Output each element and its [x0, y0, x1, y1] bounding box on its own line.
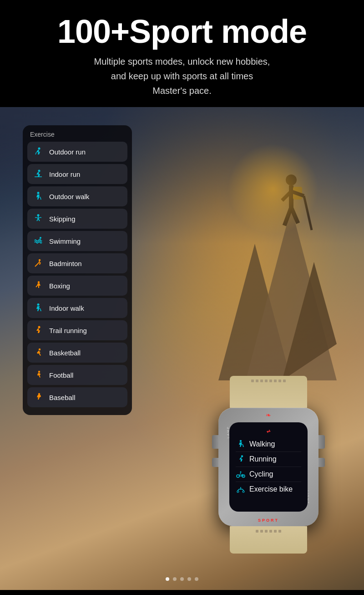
running-screen-icon [236, 454, 246, 464]
bg-section: Exercise Outdoor run Indoor run Outdoor … [0, 107, 364, 590]
list-item[interactable]: Indoor walk [27, 298, 127, 318]
list-item[interactable]: Basketball [27, 343, 127, 363]
boxing-icon [32, 279, 45, 292]
watch-sport-label: SPORT [258, 518, 279, 523]
lug-left-2 [212, 458, 218, 467]
watch-case: ❧ SOUND POWER LIGHT LAMP ⩫ [218, 408, 318, 526]
cycling-screen-label: Cycling [249, 470, 273, 478]
cycling-screen-icon [236, 469, 246, 479]
running-screen-label: Running [249, 455, 277, 463]
list-item[interactable]: Outdoor run [27, 142, 127, 162]
dot-indicators [166, 577, 198, 581]
screen-exercise-bike: Exercise bike [236, 482, 301, 497]
svg-point-14 [37, 192, 40, 194]
baseball-label: Baseball [49, 394, 76, 401]
exercise-panel: Exercise Outdoor run Indoor run Outdoor … [23, 125, 132, 415]
indoor-walk-label: Indoor walk [49, 304, 84, 312]
outdoor-walk-label: Outdoor walk [49, 193, 89, 200]
list-item[interactable]: Baseball [27, 387, 127, 407]
trail-running-icon [32, 324, 45, 337]
watch-wing-logo: ❧ [266, 411, 271, 419]
svg-point-12 [38, 170, 40, 172]
svg-point-30 [243, 491, 244, 492]
svg-point-20 [38, 326, 40, 328]
lug-right-1 [318, 435, 325, 449]
basketball-label: Basketball [49, 349, 81, 357]
badminton-icon [32, 257, 45, 270]
subtitle: Multiple sports modes, unlock new hobbie… [9, 54, 355, 98]
outdoor-run-label: Outdoor run [49, 148, 86, 156]
svg-point-16 [40, 237, 41, 239]
skipping-icon [32, 212, 45, 225]
trail-running-label: Trail running [49, 327, 87, 334]
list-item[interactable]: Badminton [27, 253, 127, 273]
svg-point-22 [38, 371, 40, 373]
screen-walking: Walking [236, 437, 301, 452]
exercise-bike-screen-icon [236, 484, 246, 494]
svg-point-15 [37, 214, 40, 216]
list-item[interactable]: Boxing [27, 276, 127, 296]
list-item[interactable]: Skipping [27, 209, 127, 229]
header-section: 100+Sport mode Multiple sports modes, un… [0, 0, 364, 107]
sun-glow [228, 144, 318, 235]
boxing-label: Boxing [49, 282, 70, 290]
walking-screen-label: Walking [249, 440, 275, 448]
lug-left-1 [212, 435, 218, 449]
list-item[interactable]: Football [27, 365, 127, 385]
svg-point-25 [241, 455, 243, 457]
svg-point-21 [39, 349, 40, 350]
svg-point-18 [38, 281, 40, 283]
dot-5[interactable] [195, 577, 198, 581]
outdoor-run-icon [32, 145, 45, 158]
main-title: 100+Sport mode [9, 14, 355, 50]
watch-outer: ❧ SOUND POWER LIGHT LAMP ⩫ [200, 399, 337, 563]
indoor-run-label: Indoor run [49, 170, 80, 178]
swimming-label: Swimming [49, 237, 81, 245]
list-item[interactable]: Trail running [27, 320, 127, 340]
lug-right-2 [318, 458, 325, 467]
screen-running: Running [236, 452, 301, 467]
badminton-label: Badminton [49, 260, 82, 267]
list-item[interactable]: Swimming [27, 231, 127, 251]
dot-4[interactable] [187, 577, 191, 581]
exercise-panel-label: Exercise [27, 131, 127, 138]
smartwatch: ❧ SOUND POWER LIGHT LAMP ⩫ [200, 399, 337, 563]
list-item[interactable]: Outdoor walk [27, 186, 127, 206]
svg-point-11 [38, 148, 40, 150]
watch-band-bottom [230, 526, 307, 554]
baseball-icon [32, 391, 45, 404]
football-label: Football [49, 371, 73, 379]
watch-screen: ⩫ Walking Running [229, 422, 308, 512]
indoor-walk-icon [32, 302, 45, 314]
svg-point-19 [37, 303, 40, 306]
dot-1[interactable] [166, 577, 169, 581]
basketball-icon [32, 346, 45, 359]
svg-point-26 [237, 475, 239, 477]
svg-point-17 [39, 259, 40, 261]
svg-point-24 [240, 440, 242, 442]
outdoor-walk-icon [32, 190, 45, 203]
exercise-bike-screen-label: Exercise bike [249, 485, 293, 493]
football-icon [32, 369, 45, 381]
dot-3[interactable] [180, 577, 184, 581]
skipping-label: Skipping [49, 215, 76, 223]
walking-screen-icon [236, 439, 246, 449]
list-item[interactable]: Indoor run [27, 164, 127, 184]
dot-2[interactable] [173, 577, 177, 581]
indoor-run-icon [32, 168, 45, 180]
screen-cycling: Cycling [236, 467, 301, 482]
svg-point-28 [240, 472, 242, 473]
watch-band-top [230, 376, 307, 408]
svg-point-23 [38, 393, 40, 395]
swimming-icon [32, 235, 45, 247]
svg-point-29 [237, 491, 239, 492]
